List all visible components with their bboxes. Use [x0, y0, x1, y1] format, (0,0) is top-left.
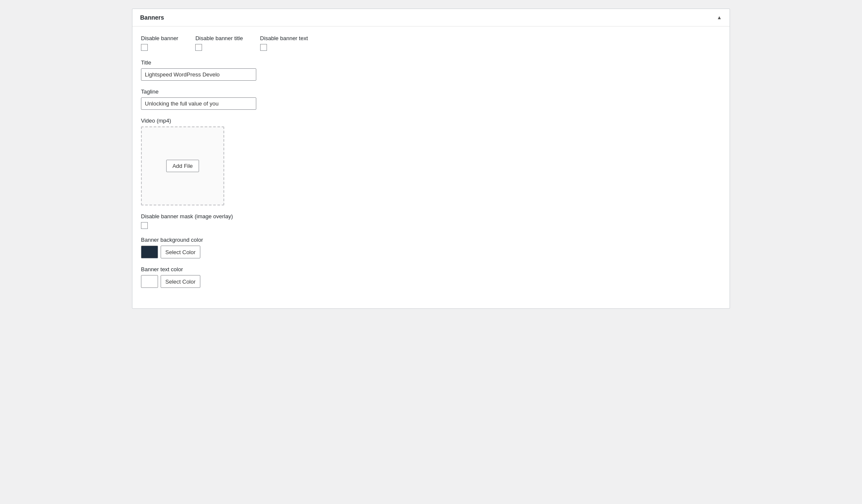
checkboxes-row: Disable banner Disable banner title Disa…: [141, 35, 721, 51]
tagline-label: Tagline: [141, 88, 721, 95]
upload-area[interactable]: Add File: [141, 126, 224, 205]
banner-text-color-label: Banner text color: [141, 266, 721, 273]
tagline-input[interactable]: [141, 97, 256, 110]
title-label: Title: [141, 59, 721, 66]
banner-bg-color-swatch[interactable]: [141, 246, 158, 258]
banner-text-color-picker-row: Select Color: [141, 275, 721, 288]
banner-bg-select-color-button[interactable]: Select Color: [161, 246, 200, 258]
disable-banner-checkbox-wrapper: [141, 44, 178, 51]
disable-mask-checkbox[interactable]: [141, 222, 148, 229]
disable-banner-checkbox[interactable]: [141, 44, 148, 51]
disable-mask-checkbox-wrapper: [141, 222, 721, 229]
disable-banner-label: Disable banner: [141, 35, 178, 41]
disable-banner-text-label: Disable banner text: [260, 35, 308, 41]
disable-banner-field: Disable banner: [141, 35, 178, 51]
disable-banner-text-field: Disable banner text: [260, 35, 308, 51]
title-input[interactable]: [141, 68, 256, 81]
title-field: Title: [141, 59, 721, 81]
banner-text-color-field: Banner text color Select Color: [141, 266, 721, 288]
panel-title: Banners: [140, 14, 164, 21]
panel-toggle-button[interactable]: ▲: [717, 15, 722, 21]
video-label: Video (mp4): [141, 117, 721, 124]
banner-bg-color-picker-row: Select Color: [141, 246, 721, 258]
disable-mask-label: Disable banner mask (image overlay): [141, 213, 721, 220]
disable-banner-title-field: Disable banner title: [195, 35, 243, 51]
disable-mask-field: Disable banner mask (image overlay): [141, 213, 721, 229]
panel-body: Disable banner Disable banner title Disa…: [132, 26, 730, 308]
tagline-field: Tagline: [141, 88, 721, 110]
banners-panel: Banners ▲ Disable banner Disable banner …: [132, 9, 730, 309]
video-field: Video (mp4) Add File: [141, 117, 721, 205]
add-file-button[interactable]: Add File: [166, 160, 199, 172]
banner-bg-color-field: Banner background color Select Color: [141, 237, 721, 258]
banner-bg-color-label: Banner background color: [141, 237, 721, 243]
disable-banner-title-checkbox-wrapper: [195, 44, 243, 51]
disable-banner-text-checkbox-wrapper: [260, 44, 308, 51]
banner-text-color-swatch[interactable]: [141, 275, 158, 288]
disable-banner-title-label: Disable banner title: [195, 35, 243, 41]
banner-text-select-color-button[interactable]: Select Color: [161, 275, 200, 288]
panel-header: Banners ▲: [132, 9, 730, 26]
disable-banner-text-checkbox[interactable]: [260, 44, 267, 51]
disable-banner-title-checkbox[interactable]: [195, 44, 202, 51]
